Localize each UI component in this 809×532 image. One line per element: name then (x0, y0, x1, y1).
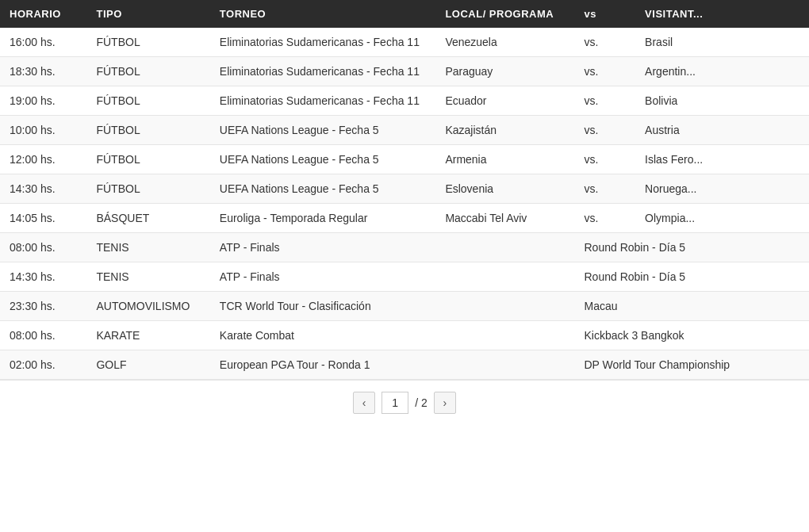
cell-horario: 02:00 hs. (0, 350, 86, 380)
cell-horario: 23:30 hs. (0, 292, 86, 321)
table-row: 16:00 hs.FÚTBOLEliminatorias Sudamerican… (0, 28, 809, 57)
cell-tipo: KARATE (86, 321, 209, 350)
cell-vs: vs. (574, 86, 635, 116)
cell-tipo: TENIS (86, 233, 209, 262)
cell-local (435, 350, 574, 380)
cell-vs-program: Round Robin - Día 5 (574, 262, 809, 292)
cell-vs: vs. (574, 57, 635, 86)
page-total: / 2 (415, 396, 428, 409)
prev-page-button[interactable]: ‹ (353, 392, 375, 414)
cell-visitante: Brasil (635, 28, 809, 57)
cell-local: Ecuador (435, 86, 574, 116)
cell-torneo: UEFA Nations League - Fecha 5 (210, 174, 436, 204)
cell-torneo: TCR World Tour - Clasificación (210, 292, 436, 321)
cell-local (435, 321, 574, 350)
cell-visitante: Olympia... (635, 204, 809, 233)
cell-torneo: Eliminatorias Sudamericanas - Fecha 11 (210, 57, 436, 86)
cell-torneo: Eliminatorias Sudamericanas - Fecha 11 (210, 28, 436, 57)
header-local: LOCAL/ PROGRAMA (435, 0, 574, 28)
cell-tipo: BÁSQUET (86, 204, 209, 233)
cell-torneo: ATP - Finals (210, 262, 436, 292)
cell-tipo: TENIS (86, 262, 209, 292)
cell-tipo: FÚTBOL (86, 86, 209, 116)
cell-local: Paraguay (435, 57, 574, 86)
header-vs: vs (574, 0, 635, 28)
cell-torneo: Eliminatorias Sudamericanas - Fecha 11 (210, 86, 436, 116)
cell-visitante: Austria (635, 116, 809, 145)
cell-local (435, 233, 574, 262)
cell-local: Maccabi Tel Aviv (435, 204, 574, 233)
next-page-button[interactable]: › (434, 392, 456, 414)
table-row: 12:00 hs.FÚTBOLUEFA Nations League - Fec… (0, 145, 809, 174)
cell-horario: 18:30 hs. (0, 57, 86, 86)
cell-horario: 12:00 hs. (0, 145, 86, 174)
cell-local: Armenia (435, 145, 574, 174)
cell-visitante: Bolivia (635, 86, 809, 116)
table-row: 10:00 hs.FÚTBOLUEFA Nations League - Fec… (0, 116, 809, 145)
cell-vs: vs. (574, 28, 635, 57)
cell-vs-program: Kickback 3 Bangkok (574, 321, 809, 350)
cell-tipo: FÚTBOL (86, 28, 209, 57)
cell-local: Eslovenia (435, 174, 574, 204)
cell-visitante: Noruega... (635, 174, 809, 204)
table-row: 18:30 hs.FÚTBOLEliminatorias Sudamerican… (0, 57, 809, 86)
cell-tipo: FÚTBOL (86, 57, 209, 86)
table-row: 08:00 hs.TENISATP - FinalsRound Robin - … (0, 233, 809, 262)
cell-vs: vs. (574, 174, 635, 204)
cell-vs: vs. (574, 116, 635, 145)
table-row: 14:30 hs.TENISATP - FinalsRound Robin - … (0, 262, 809, 292)
cell-local (435, 292, 574, 321)
page-input[interactable] (381, 392, 408, 414)
cell-tipo: GOLF (86, 350, 209, 380)
header-torneo: TORNEO (210, 0, 436, 28)
cell-vs: vs. (574, 204, 635, 233)
cell-horario: 14:30 hs. (0, 174, 86, 204)
header-horario: HORARIO (0, 0, 86, 28)
table-row: 02:00 hs.GOLFEuropean PGA Tour - Ronda 1… (0, 350, 809, 380)
cell-vs: vs. (574, 145, 635, 174)
cell-tipo: FÚTBOL (86, 116, 209, 145)
cell-vs-program: Macau (574, 292, 809, 321)
cell-tipo: FÚTBOL (86, 145, 209, 174)
cell-torneo: Euroliga - Temporada Regular (210, 204, 436, 233)
cell-torneo: ATP - Finals (210, 233, 436, 262)
cell-horario: 10:00 hs. (0, 116, 86, 145)
cell-horario: 08:00 hs. (0, 321, 86, 350)
table-row: 14:30 hs.FÚTBOLUEFA Nations League - Fec… (0, 174, 809, 204)
cell-horario: 08:00 hs. (0, 233, 86, 262)
cell-vs-program: Round Robin - Día 5 (574, 233, 809, 262)
header-tipo: TIPO (86, 0, 209, 28)
schedule-table: HORARIO TIPO TORNEO LOCAL/ PROGRAMA vs V… (0, 0, 809, 380)
cell-torneo: European PGA Tour - Ronda 1 (210, 350, 436, 380)
table-row: 14:05 hs.BÁSQUETEuroliga - Temporada Reg… (0, 204, 809, 233)
cell-tipo: FÚTBOL (86, 174, 209, 204)
cell-local: Venezuela (435, 28, 574, 57)
cell-local (435, 262, 574, 292)
cell-horario: 14:05 hs. (0, 204, 86, 233)
cell-torneo: UEFA Nations League - Fecha 5 (210, 145, 436, 174)
cell-horario: 19:00 hs. (0, 86, 86, 116)
header-visitante: VISITANT... (635, 0, 809, 28)
cell-torneo: UEFA Nations League - Fecha 5 (210, 116, 436, 145)
cell-torneo: Karate Combat (210, 321, 436, 350)
cell-horario: 14:30 hs. (0, 262, 86, 292)
table-row: 08:00 hs.KARATEKarate CombatKickback 3 B… (0, 321, 809, 350)
table-row: 19:00 hs.FÚTBOLEliminatorias Sudamerican… (0, 86, 809, 116)
cell-tipo: AUTOMOVILISMO (86, 292, 209, 321)
cell-horario: 16:00 hs. (0, 28, 86, 57)
cell-vs-program: DP World Tour Championship (574, 350, 809, 380)
table-row: 23:30 hs.AUTOMOVILISMOTCR World Tour - C… (0, 292, 809, 321)
cell-visitante: Argentin... (635, 57, 809, 86)
schedule-table-container: HORARIO TIPO TORNEO LOCAL/ PROGRAMA vs V… (0, 0, 809, 380)
cell-local: Kazajistán (435, 116, 574, 145)
pagination: ‹ / 2 › (0, 380, 809, 425)
cell-visitante: Islas Fero... (635, 145, 809, 174)
